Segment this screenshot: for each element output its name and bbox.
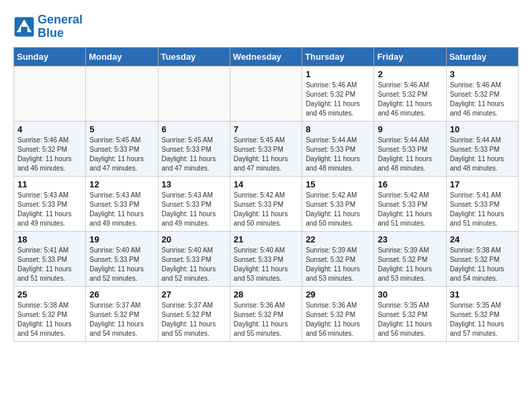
day-of-week-header: Friday (374, 47, 446, 66)
day-number: 6 (162, 124, 226, 134)
day-number: 3 (450, 69, 515, 79)
day-number: 13 (162, 179, 226, 189)
calendar-week-row: 25Sunrise: 5:38 AM Sunset: 5:32 PM Dayli… (14, 286, 519, 341)
day-number: 21 (234, 234, 298, 244)
day-info: Sunrise: 5:41 AM Sunset: 5:33 PM Dayligh… (17, 246, 82, 283)
day-number: 15 (306, 179, 370, 189)
calendar-cell: 23Sunrise: 5:39 AM Sunset: 5:32 PM Dayli… (374, 231, 446, 286)
calendar-cell: 16Sunrise: 5:42 AM Sunset: 5:33 PM Dayli… (374, 176, 446, 231)
day-number: 24 (450, 234, 515, 244)
day-info: Sunrise: 5:37 AM Sunset: 5:32 PM Dayligh… (162, 301, 226, 338)
day-number: 28 (234, 289, 298, 300)
calendar-cell: 2Sunrise: 5:46 AM Sunset: 5:32 PM Daylig… (374, 66, 446, 121)
calendar-cell: 12Sunrise: 5:43 AM Sunset: 5:33 PM Dayli… (86, 176, 158, 231)
calendar-cell: 29Sunrise: 5:36 AM Sunset: 5:32 PM Dayli… (302, 286, 374, 341)
day-info: Sunrise: 5:43 AM Sunset: 5:33 PM Dayligh… (89, 191, 154, 228)
day-number: 30 (378, 289, 442, 300)
logo-icon (13, 16, 35, 38)
day-info: Sunrise: 5:45 AM Sunset: 5:33 PM Dayligh… (162, 136, 226, 173)
day-info: Sunrise: 5:46 AM Sunset: 5:32 PM Dayligh… (450, 81, 515, 118)
day-info: Sunrise: 5:40 AM Sunset: 5:33 PM Dayligh… (89, 246, 154, 283)
day-info: Sunrise: 5:45 AM Sunset: 5:33 PM Dayligh… (234, 136, 298, 173)
calendar-week-row: 1Sunrise: 5:46 AM Sunset: 5:32 PM Daylig… (14, 66, 519, 121)
calendar-cell: 20Sunrise: 5:40 AM Sunset: 5:33 PM Dayli… (158, 231, 230, 286)
day-of-week-header: Tuesday (158, 47, 230, 66)
calendar-cell: 21Sunrise: 5:40 AM Sunset: 5:33 PM Dayli… (230, 231, 302, 286)
day-number: 1 (306, 69, 370, 79)
day-info: Sunrise: 5:46 AM Sunset: 5:32 PM Dayligh… (306, 81, 370, 118)
day-number: 23 (378, 234, 442, 244)
day-info: Sunrise: 5:43 AM Sunset: 5:33 PM Dayligh… (17, 191, 82, 228)
calendar-cell: 22Sunrise: 5:39 AM Sunset: 5:32 PM Dayli… (302, 231, 374, 286)
day-number: 9 (378, 124, 442, 134)
calendar-cell: 1Sunrise: 5:46 AM Sunset: 5:32 PM Daylig… (302, 66, 374, 121)
day-info: Sunrise: 5:44 AM Sunset: 5:33 PM Dayligh… (450, 136, 515, 173)
day-of-week-header: Thursday (302, 47, 374, 66)
day-number: 5 (89, 124, 154, 134)
day-info: Sunrise: 5:35 AM Sunset: 5:32 PM Dayligh… (450, 301, 515, 338)
calendar-cell: 13Sunrise: 5:43 AM Sunset: 5:33 PM Dayli… (158, 176, 230, 231)
day-of-week-header: Sunday (14, 47, 86, 66)
calendar-cell: 7Sunrise: 5:45 AM Sunset: 5:33 PM Daylig… (230, 121, 302, 176)
calendar-cell: 10Sunrise: 5:44 AM Sunset: 5:33 PM Dayli… (446, 121, 518, 176)
calendar-cell: 31Sunrise: 5:35 AM Sunset: 5:32 PM Dayli… (446, 286, 518, 341)
day-info: Sunrise: 5:39 AM Sunset: 5:32 PM Dayligh… (378, 246, 442, 283)
calendar-cell: 14Sunrise: 5:42 AM Sunset: 5:33 PM Dayli… (230, 176, 302, 231)
calendar-cell: 8Sunrise: 5:44 AM Sunset: 5:33 PM Daylig… (302, 121, 374, 176)
calendar-cell: 9Sunrise: 5:44 AM Sunset: 5:33 PM Daylig… (374, 121, 446, 176)
calendar-cell: 3Sunrise: 5:46 AM Sunset: 5:32 PM Daylig… (446, 66, 518, 121)
calendar-cell: 4Sunrise: 5:46 AM Sunset: 5:32 PM Daylig… (14, 121, 86, 176)
day-info: Sunrise: 5:38 AM Sunset: 5:32 PM Dayligh… (450, 246, 515, 283)
page-header: General Blue (13, 13, 519, 40)
day-number: 16 (378, 179, 442, 189)
day-number: 19 (89, 234, 154, 244)
day-info: Sunrise: 5:44 AM Sunset: 5:33 PM Dayligh… (306, 136, 370, 173)
day-info: Sunrise: 5:40 AM Sunset: 5:33 PM Dayligh… (162, 246, 226, 283)
calendar-cell: 25Sunrise: 5:38 AM Sunset: 5:32 PM Dayli… (14, 286, 86, 341)
day-info: Sunrise: 5:44 AM Sunset: 5:33 PM Dayligh… (378, 136, 442, 173)
calendar-cell: 27Sunrise: 5:37 AM Sunset: 5:32 PM Dayli… (158, 286, 230, 341)
calendar-table: SundayMondayTuesdayWednesdayThursdayFrid… (13, 47, 519, 342)
calendar-cell: 28Sunrise: 5:36 AM Sunset: 5:32 PM Dayli… (230, 286, 302, 341)
day-of-week-header: Wednesday (230, 47, 302, 66)
day-info: Sunrise: 5:42 AM Sunset: 5:33 PM Dayligh… (306, 191, 370, 228)
day-number: 8 (306, 124, 370, 134)
day-number: 14 (234, 179, 298, 189)
calendar-cell: 19Sunrise: 5:40 AM Sunset: 5:33 PM Dayli… (86, 231, 158, 286)
calendar-cell: 5Sunrise: 5:45 AM Sunset: 5:33 PM Daylig… (86, 121, 158, 176)
day-info: Sunrise: 5:42 AM Sunset: 5:33 PM Dayligh… (378, 191, 442, 228)
calendar-week-row: 11Sunrise: 5:43 AM Sunset: 5:33 PM Dayli… (14, 176, 519, 231)
day-number: 11 (17, 179, 82, 189)
day-info: Sunrise: 5:46 AM Sunset: 5:32 PM Dayligh… (378, 81, 442, 118)
day-number: 18 (17, 234, 82, 244)
calendar-cell (230, 66, 302, 121)
day-number: 12 (89, 179, 154, 189)
day-info: Sunrise: 5:41 AM Sunset: 5:33 PM Dayligh… (450, 191, 515, 228)
calendar-cell: 18Sunrise: 5:41 AM Sunset: 5:33 PM Dayli… (14, 231, 86, 286)
svg-rect-2 (21, 27, 28, 32)
calendar-week-row: 4Sunrise: 5:46 AM Sunset: 5:32 PM Daylig… (14, 121, 519, 176)
calendar-cell (14, 66, 86, 121)
day-info: Sunrise: 5:36 AM Sunset: 5:32 PM Dayligh… (306, 301, 370, 338)
day-info: Sunrise: 5:42 AM Sunset: 5:33 PM Dayligh… (234, 191, 298, 228)
calendar-cell (86, 66, 158, 121)
day-info: Sunrise: 5:43 AM Sunset: 5:33 PM Dayligh… (162, 191, 226, 228)
day-number: 7 (234, 124, 298, 134)
day-number: 26 (89, 289, 154, 300)
logo: General Blue (13, 13, 83, 40)
day-number: 22 (306, 234, 370, 244)
day-number: 2 (378, 69, 442, 79)
day-info: Sunrise: 5:35 AM Sunset: 5:32 PM Dayligh… (378, 301, 442, 338)
day-info: Sunrise: 5:40 AM Sunset: 5:33 PM Dayligh… (234, 246, 298, 283)
calendar-cell: 30Sunrise: 5:35 AM Sunset: 5:32 PM Dayli… (374, 286, 446, 341)
day-number: 17 (450, 179, 515, 189)
day-info: Sunrise: 5:39 AM Sunset: 5:32 PM Dayligh… (306, 246, 370, 283)
calendar-cell: 11Sunrise: 5:43 AM Sunset: 5:33 PM Dayli… (14, 176, 86, 231)
calendar-cell: 6Sunrise: 5:45 AM Sunset: 5:33 PM Daylig… (158, 121, 230, 176)
calendar-header-row: SundayMondayTuesdayWednesdayThursdayFrid… (14, 47, 519, 66)
day-info: Sunrise: 5:46 AM Sunset: 5:32 PM Dayligh… (17, 136, 82, 173)
day-number: 25 (17, 289, 82, 300)
day-of-week-header: Saturday (446, 47, 518, 66)
day-info: Sunrise: 5:38 AM Sunset: 5:32 PM Dayligh… (17, 301, 82, 338)
day-number: 4 (17, 124, 82, 134)
